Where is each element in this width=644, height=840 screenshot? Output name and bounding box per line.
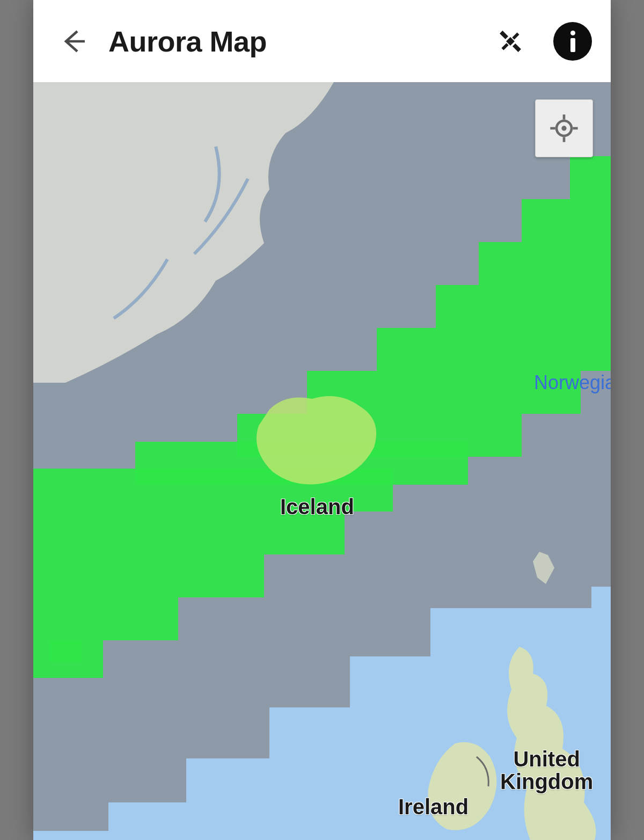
label-uk: United Kingdom <box>500 748 593 793</box>
crosshair-icon <box>549 113 579 143</box>
info-button[interactable] <box>553 22 592 61</box>
label-uk-line2: Kingdom <box>500 770 593 793</box>
satellite-icon <box>494 25 526 57</box>
aurora-cell <box>377 328 611 371</box>
aurora-cell <box>522 199 611 242</box>
svg-point-6 <box>561 126 566 130</box>
aurora-cell <box>49 640 82 662</box>
page-title: Aurora Map <box>108 25 267 58</box>
aurora-cell <box>33 554 264 597</box>
label-ireland: Ireland <box>398 795 469 819</box>
info-icon <box>570 31 575 52</box>
label-iceland: Iceland <box>280 495 354 519</box>
label-norwegian-sea: Norwegian <box>534 371 611 394</box>
aurora-cell <box>33 597 178 640</box>
iceland-landmass <box>248 388 387 495</box>
svg-rect-3 <box>512 32 519 39</box>
svg-rect-1 <box>500 31 508 39</box>
greenland-landmass <box>33 82 334 383</box>
viewport: Aurora Map <box>0 0 644 840</box>
label-uk-line1: United <box>513 747 580 771</box>
satellite-button[interactable] <box>489 20 532 63</box>
aurora-cell <box>479 242 611 285</box>
aurora-cell <box>570 156 611 199</box>
app-window: Aurora Map <box>33 0 611 840</box>
back-button[interactable] <box>49 17 98 65</box>
locate-me-button[interactable] <box>535 99 593 157</box>
daylight-sea-edge <box>591 587 611 619</box>
aurora-cell <box>436 285 611 328</box>
arrow-left-icon <box>58 26 89 56</box>
svg-rect-4 <box>501 43 508 50</box>
daylight-sea-6 <box>33 831 141 840</box>
svg-rect-2 <box>513 43 521 52</box>
app-header: Aurora Map <box>33 0 611 82</box>
map-canvas[interactable]: Iceland Norwegian United Kingdom Ireland <box>33 82 611 840</box>
